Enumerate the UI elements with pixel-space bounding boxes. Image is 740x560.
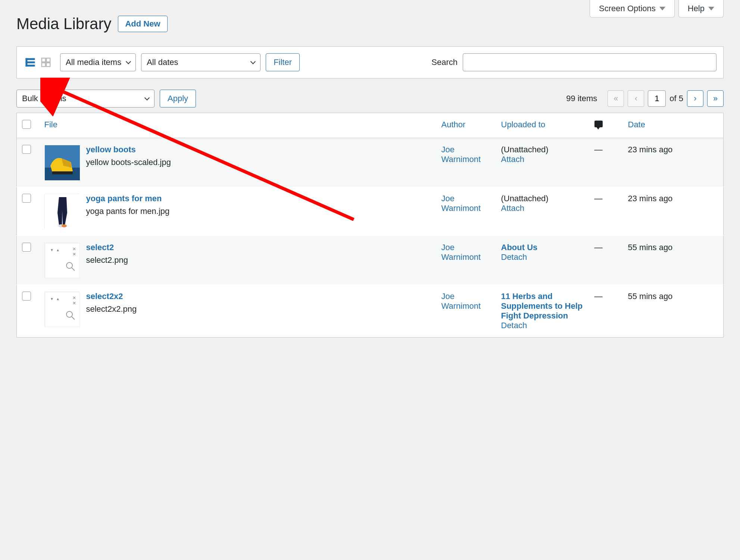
filter-button[interactable]: Filter: [266, 53, 300, 71]
prev-page-button[interactable]: ‹: [628, 90, 644, 107]
svg-text:✕: ✕: [72, 246, 76, 252]
svg-text:▲: ▲: [56, 248, 60, 252]
search-input[interactable]: [463, 53, 716, 71]
detach-link[interactable]: Detach: [501, 321, 527, 330]
chevron-down-icon: [708, 7, 714, 10]
author-link[interactable]: Joe Warnimont: [441, 145, 481, 164]
date-text: 55 mins ago: [628, 292, 673, 301]
date-text: 23 mins ago: [628, 194, 673, 203]
svg-text:✕: ✕: [72, 252, 76, 257]
select-all-checkbox[interactable]: [22, 120, 31, 129]
svg-point-15: [62, 224, 67, 227]
media-thumbnail[interactable]: [44, 145, 79, 180]
help-button[interactable]: Help: [678, 0, 724, 18]
media-title-link[interactable]: select2x2: [86, 292, 137, 301]
comments-count: —: [594, 194, 603, 203]
grid-view-toggle[interactable]: [39, 56, 53, 69]
svg-rect-4: [42, 58, 46, 62]
media-title-link[interactable]: yellow boots: [86, 145, 171, 155]
apply-button[interactable]: Apply: [160, 90, 196, 108]
svg-rect-5: [46, 58, 50, 62]
first-page-button[interactable]: «: [608, 90, 624, 107]
media-filename: select2.png: [86, 255, 128, 265]
table-row: yellow boots yellow boots-scaled.jpg Joe…: [17, 138, 724, 187]
row-checkbox[interactable]: [22, 292, 31, 301]
next-page-button[interactable]: ›: [687, 90, 703, 107]
comments-count: —: [594, 292, 603, 301]
col-uploaded[interactable]: Uploaded to: [501, 120, 546, 129]
list-view-toggle[interactable]: [24, 56, 37, 69]
date-text: 55 mins ago: [628, 243, 673, 252]
uploaded-to-link[interactable]: About Us: [501, 243, 538, 252]
search-label: Search: [431, 57, 458, 67]
chevron-down-icon: [126, 59, 131, 64]
uploaded-to-text: (Unattached): [501, 145, 549, 154]
date-filter[interactable]: All dates: [141, 53, 260, 71]
media-title-link[interactable]: yoga pants for men: [86, 194, 170, 203]
comments-count: —: [594, 145, 603, 154]
chevron-down-icon: [659, 7, 665, 10]
col-file[interactable]: File: [44, 120, 57, 129]
attach-link[interactable]: Attach: [501, 155, 524, 164]
item-count: 99 items: [566, 94, 597, 103]
col-date[interactable]: Date: [628, 120, 645, 129]
svg-text:▲: ▲: [56, 297, 60, 301]
row-checkbox[interactable]: [22, 194, 31, 203]
row-checkbox[interactable]: [22, 145, 31, 154]
screen-options-button[interactable]: Screen Options: [590, 0, 675, 18]
comments-count: —: [594, 243, 603, 252]
author-link[interactable]: Joe Warnimont: [441, 243, 481, 262]
page-title: Media Library: [16, 15, 111, 33]
svg-text:▼: ▼: [50, 297, 54, 301]
author-link[interactable]: Joe Warnimont: [441, 194, 481, 213]
svg-text:▼: ▼: [50, 248, 54, 252]
filter-bar: All media items All dates Filter Search: [16, 46, 724, 78]
media-thumbnail[interactable]: [44, 194, 79, 229]
author-link[interactable]: Joe Warnimont: [441, 292, 481, 311]
media-filename: yellow boots-scaled.jpg: [86, 158, 171, 167]
comments-icon[interactable]: [594, 121, 603, 127]
uploaded-to-text: (Unattached): [501, 194, 549, 203]
svg-rect-7: [46, 63, 50, 66]
media-filename: yoga pants for men.jpg: [86, 206, 170, 216]
table-row: ▼▲✕✕ select2x2 select2x2.png Joe Warnimo…: [17, 285, 724, 337]
media-type-filter[interactable]: All media items: [60, 53, 136, 71]
media-type-label: All media items: [66, 57, 121, 67]
media-thumbnail[interactable]: ▼▲✕✕: [44, 292, 79, 327]
chevron-down-icon: [144, 95, 150, 100]
detach-link[interactable]: Detach: [501, 252, 527, 262]
date-text: 23 mins ago: [628, 145, 673, 154]
table-row: ▼▲✕✕ select2 select2.png Joe Warnimont A…: [17, 236, 724, 285]
last-page-button[interactable]: »: [707, 90, 724, 107]
media-filename: select2x2.png: [86, 304, 137, 314]
table-row: yoga pants for men yoga pants for men.jp…: [17, 187, 724, 236]
current-page-input[interactable]: [648, 90, 666, 107]
screen-options-label: Screen Options: [599, 4, 656, 13]
add-new-button[interactable]: Add New: [118, 16, 167, 32]
svg-text:✕: ✕: [72, 295, 76, 301]
svg-rect-6: [42, 63, 46, 66]
help-label: Help: [688, 4, 705, 13]
col-author[interactable]: Author: [441, 120, 466, 129]
svg-text:✕: ✕: [72, 301, 76, 306]
row-checkbox[interactable]: [22, 243, 31, 252]
svg-rect-12: [52, 171, 73, 174]
uploaded-to-link[interactable]: 11 Herbs and Supplements to Help Fight D…: [501, 292, 583, 320]
attach-link[interactable]: Attach: [501, 203, 524, 213]
date-filter-label: All dates: [147, 57, 178, 67]
page-total: of 5: [669, 94, 683, 103]
svg-rect-3: [26, 58, 28, 67]
chevron-down-icon: [250, 59, 256, 64]
bulk-actions-label: Bulk actions: [22, 94, 66, 103]
bulk-actions-select[interactable]: Bulk actions: [16, 90, 154, 108]
media-table: File Author Uploaded to Date yellow boot…: [16, 113, 724, 337]
media-title-link[interactable]: select2: [86, 243, 128, 252]
media-thumbnail[interactable]: ▼▲✕✕: [44, 243, 79, 278]
